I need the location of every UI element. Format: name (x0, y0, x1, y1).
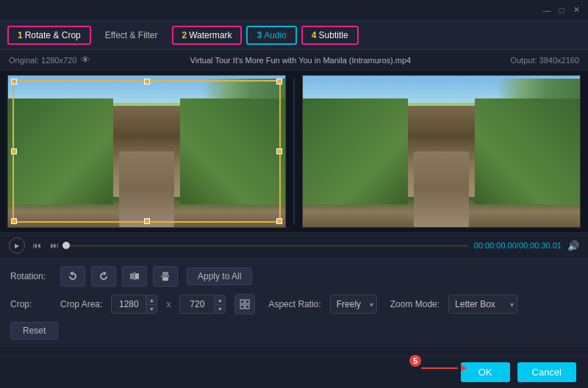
tab-number-1: 1 (18, 30, 23, 40)
zoom-mode-select[interactable]: Letter Box Pan & Scan Full (448, 295, 517, 314)
step-arrow-head (461, 364, 467, 372)
svg-rect-1 (135, 273, 139, 279)
total-time: 00:00:30.01 (519, 241, 562, 250)
tab-label-rotate-crop: Rotate & Crop (25, 30, 81, 40)
height-decrement-button[interactable]: ▼ (215, 304, 225, 313)
height-increment-button[interactable]: ▲ (215, 295, 225, 304)
original-resolution: Original: 1280x720 (9, 56, 76, 65)
rotate-left-button[interactable] (60, 266, 85, 287)
input-video-preview (7, 75, 286, 228)
svg-rect-8 (240, 305, 244, 309)
volume-icon[interactable]: 🔊 (567, 240, 579, 251)
output-video-preview (302, 75, 581, 228)
tab-number-2: 2 (182, 30, 187, 40)
video-divider (293, 78, 295, 225)
tab-label-watermark: Watermark (189, 30, 232, 40)
svg-rect-9 (245, 305, 249, 309)
skip-back-button[interactable]: ⏮ (31, 239, 43, 252)
playback-bar: ▶ ⏮ ⏭ 00:00:00.00/00:00:30.01 🔊 (0, 232, 588, 259)
timeline-track[interactable] (66, 245, 468, 247)
height-spin-buttons: ▲ ▼ (214, 295, 225, 313)
tab-label-subtitle: Subtitle (319, 30, 348, 40)
title-bar: — □ ✕ (0, 0, 588, 21)
crop-area-label: Crop Area: (60, 299, 102, 309)
zoom-mode-wrapper: Letter Box Pan & Scan Full (448, 295, 517, 314)
svg-rect-6 (240, 300, 244, 303)
aspect-ratio-wrapper: Freely 16:9 4:3 1:1 9:16 (330, 295, 377, 314)
height-input-group: ▲ ▼ (179, 295, 226, 314)
reset-row: Reset (10, 322, 578, 340)
width-decrement-button[interactable]: ▼ (146, 304, 157, 313)
rotate-right-button[interactable] (91, 266, 116, 287)
reset-button[interactable]: Reset (10, 322, 58, 340)
eye-icon[interactable]: 👁 (81, 54, 90, 65)
width-input-group: ▲ ▼ (111, 295, 157, 314)
crop-center-button[interactable] (234, 294, 255, 315)
tab-rotate-crop[interactable]: 1 Rotate & Crop (7, 26, 91, 45)
tab-number-4: 4 (312, 30, 317, 40)
crop-row: Crop: Crop Area: ▲ ▼ x ▲ ▼ (10, 294, 578, 315)
tab-number-3: 3 (257, 30, 262, 40)
svg-rect-0 (130, 273, 134, 279)
step-5-indicator: 5 (418, 364, 467, 372)
apply-to-all-button[interactable]: Apply to All (187, 267, 252, 285)
tab-subtitle[interactable]: 4 Subtitle (301, 26, 359, 45)
minimize-button[interactable]: — (541, 4, 553, 16)
tab-bar: 1 Rotate & Crop Effect & Filter 2 Waterm… (0, 21, 588, 50)
footer: 5 OK Cancel (0, 356, 588, 388)
close-button[interactable]: ✕ (570, 4, 582, 16)
flip-vertical-button[interactable] (153, 266, 178, 287)
svg-rect-4 (162, 277, 168, 281)
timeline-marker[interactable] (62, 242, 70, 249)
step-arrow-line (421, 367, 458, 369)
cancel-button[interactable]: Cancel (517, 362, 576, 382)
ok-button[interactable]: OK (461, 362, 510, 382)
info-bar: Original: 1280x720 👁 Virtual Tour It's M… (0, 50, 588, 71)
tab-label-effect-filter: Effect & Filter (105, 30, 158, 40)
play-button[interactable]: ▶ (9, 237, 25, 254)
skip-forward-button[interactable]: ⏭ (49, 239, 60, 252)
aspect-ratio-select[interactable]: Freely 16:9 4:3 1:1 9:16 (330, 295, 377, 314)
svg-rect-3 (162, 272, 168, 276)
maximize-button[interactable]: □ (556, 4, 567, 16)
tab-effect-filter[interactable]: Effect & Filter (96, 26, 168, 44)
filename: Virtual Tour It's More Fun with You in M… (90, 56, 510, 65)
step-5-badge: 5 (409, 355, 421, 367)
width-input[interactable] (112, 295, 146, 313)
controls-panel: Rotation: Apply to All Crop: Crop A (0, 259, 588, 347)
zoom-mode-label: Zoom Mode: (390, 299, 440, 309)
flip-horizontal-button[interactable] (122, 266, 147, 287)
rotation-row: Rotation: Apply to All (10, 266, 578, 287)
dimension-separator: x (166, 299, 171, 309)
current-time: 00:00:00.00 (474, 241, 517, 250)
tab-audio[interactable]: 3 Audio (246, 26, 296, 45)
rotation-label: Rotation: (10, 271, 54, 281)
width-increment-button[interactable]: ▲ (146, 295, 157, 304)
crop-label: Crop: (10, 299, 54, 309)
svg-rect-7 (245, 300, 249, 303)
height-input[interactable] (180, 295, 214, 313)
tab-label-audio: Audio (264, 30, 287, 40)
tab-watermark[interactable]: 2 Watermark (172, 26, 243, 45)
video-area (0, 71, 588, 232)
time-display: 00:00:00.00/00:00:30.01 (474, 241, 562, 250)
aspect-ratio-label: Aspect Ratio: (268, 299, 320, 309)
output-resolution: Output: 3840x2160 (510, 56, 579, 65)
width-spin-buttons: ▲ ▼ (146, 295, 157, 313)
